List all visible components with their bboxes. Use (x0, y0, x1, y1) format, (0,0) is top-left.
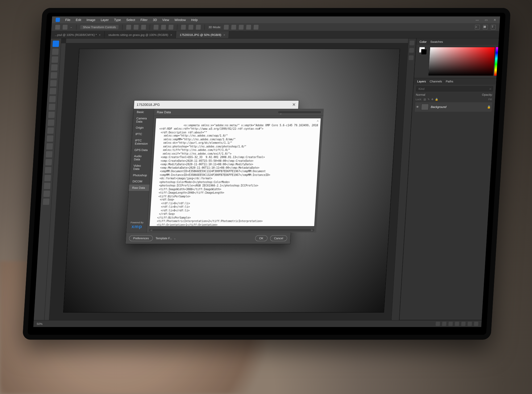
align-hcenter-icon[interactable] (134, 25, 139, 30)
close-tab-icon[interactable]: × (223, 33, 225, 36)
category-basic[interactable]: Basic (133, 109, 154, 115)
foreground-background-swatch[interactable] (419, 47, 427, 55)
close-tab-icon[interactable]: × (170, 33, 172, 36)
layer-locked-icon[interactable]: 🔒 (487, 105, 491, 109)
dialog-titlebar[interactable]: 17520018.JPG ✕ (134, 101, 299, 109)
marquee-tool[interactable] (52, 48, 59, 55)
hand-tool[interactable] (43, 191, 50, 197)
move-tool[interactable] (52, 41, 59, 47)
layer-row[interactable]: 👁 Background 🔒 (415, 102, 492, 112)
raw-data-textarea[interactable]: ⌃<x:xmpmeta xmlns:x="adobe:ns:meta/" x:x… (149, 118, 321, 227)
category-photoshop[interactable]: Photoshop (130, 172, 150, 178)
3d-slide-icon[interactable] (246, 25, 251, 30)
tab-channels[interactable]: Channels (430, 80, 442, 83)
category-iptc-extension[interactable]: IPTC Extension (131, 137, 152, 147)
window-maximize-icon[interactable]: ▭ (485, 18, 488, 22)
align-top-icon[interactable] (153, 25, 159, 30)
menu-window[interactable]: Window (174, 18, 186, 22)
menu-3d[interactable]: 3D (153, 18, 157, 22)
eyedropper-tool[interactable] (49, 88, 56, 94)
link-layers-icon[interactable] (436, 322, 440, 326)
eraser-tool[interactable] (47, 127, 54, 134)
adjustment-layer-icon[interactable] (455, 322, 459, 326)
workspace-icon[interactable]: ▦ (483, 25, 488, 30)
ruler-horizontal[interactable] (66, 39, 408, 43)
distribute-v-icon[interactable] (188, 25, 193, 30)
window-minimize-icon[interactable]: — (476, 18, 479, 22)
category-gps-data[interactable]: GPS Data (131, 147, 152, 153)
lock-position-icon[interactable]: ✥ (431, 98, 434, 101)
align-vcenter-icon[interactable] (161, 25, 166, 30)
new-layer-icon[interactable] (468, 322, 472, 326)
window-close-icon[interactable]: ✕ (493, 18, 496, 22)
ok-button[interactable]: OK (255, 236, 268, 241)
move-tool-icon[interactable] (55, 25, 60, 30)
lasso-tool[interactable] (51, 56, 58, 63)
document-tab[interactable]: students sitting on grass.jpg @ 100% (RG… (104, 31, 176, 38)
document-tab[interactable]: ...psd @ 100% (RGB/8/CMYK) * × (51, 31, 105, 38)
lock-image-icon[interactable]: ✎ (427, 98, 430, 101)
category-raw-data[interactable]: Raw Data (129, 185, 149, 191)
frame-tool[interactable] (50, 80, 57, 86)
quick-select-tool[interactable] (51, 64, 57, 71)
share-icon[interactable]: ⇪ (491, 25, 496, 30)
menu-view[interactable]: View (162, 18, 169, 22)
menu-layer[interactable]: Layer (101, 18, 109, 22)
layer-filter-input[interactable] (416, 86, 493, 91)
align-right-icon[interactable] (141, 25, 146, 30)
horizontal-scrollbar[interactable] (149, 229, 314, 232)
distribute-h-icon[interactable] (181, 25, 186, 30)
gradient-tool[interactable] (47, 135, 53, 142)
menu-type[interactable]: Type (114, 18, 121, 22)
clone-stamp-tool[interactable] (48, 112, 55, 118)
collapsed-panel-icon[interactable] (409, 41, 414, 45)
collapsed-panel-icon[interactable] (409, 55, 414, 60)
menu-select[interactable]: Select (126, 18, 135, 22)
3d-rotate-icon[interactable] (224, 25, 229, 30)
cancel-button[interactable]: Cancel (270, 236, 287, 241)
menu-edit[interactable]: Edit (76, 18, 81, 22)
menu-help[interactable]: Help (191, 18, 198, 22)
align-bottom-icon[interactable] (168, 25, 173, 30)
category-video-data[interactable]: Video Data (130, 163, 151, 172)
show-transform-controls-toggle[interactable]: Show Transform Controls (80, 25, 119, 29)
template-dropdown[interactable]: Template F... ⌄ (155, 237, 176, 240)
zoom-tool[interactable] (43, 199, 49, 205)
category-camera-data[interactable]: Camera Data (133, 115, 154, 125)
3d-drag-icon[interactable] (239, 25, 244, 30)
dialog-search-input[interactable] (278, 111, 321, 113)
brush-tool[interactable] (48, 104, 55, 110)
menu-filter[interactable]: Filter (140, 18, 148, 22)
path-select-tool[interactable] (44, 175, 51, 181)
visibility-eye-icon[interactable]: 👁 (416, 105, 419, 108)
color-field[interactable] (428, 47, 495, 76)
collapsed-panel-icon[interactable] (409, 48, 414, 53)
category-iptc[interactable]: IPTC (132, 131, 153, 137)
close-tab-icon[interactable]: × (99, 33, 101, 36)
history-brush-tool[interactable] (48, 120, 54, 126)
align-left-icon[interactable] (126, 25, 131, 30)
layer-thumbnail[interactable] (421, 104, 429, 110)
category-audio-data[interactable]: Audio Data (131, 153, 152, 163)
tab-color[interactable]: Color (419, 40, 427, 43)
type-tool[interactable] (45, 167, 51, 173)
delete-layer-icon[interactable] (474, 322, 479, 326)
pen-tool[interactable] (45, 159, 52, 165)
tab-layers[interactable]: Layers (417, 80, 426, 83)
auto-select-toggle[interactable] (63, 25, 68, 30)
3d-roll-icon[interactable] (231, 25, 236, 30)
fx-icon[interactable] (442, 322, 447, 326)
healing-tool[interactable] (49, 96, 56, 102)
preferences-button[interactable]: Preferences (129, 236, 153, 241)
group-icon[interactable] (461, 322, 466, 326)
scroll-up-icon[interactable]: ⌃ (317, 119, 319, 124)
tab-paths[interactable]: Paths (446, 80, 453, 83)
lock-transparent-icon[interactable]: ▧ (423, 98, 426, 101)
shape-tool[interactable] (44, 183, 50, 189)
menu-image[interactable]: Image (86, 18, 95, 22)
more-align-icon[interactable] (196, 25, 201, 30)
menu-file[interactable]: File (65, 18, 70, 22)
document-tab-active[interactable]: 17520018.JPG @ 50% (RGB/8) × (176, 31, 229, 38)
dodge-tool[interactable] (45, 151, 52, 158)
blend-mode-dropdown[interactable]: Normal (416, 93, 425, 96)
